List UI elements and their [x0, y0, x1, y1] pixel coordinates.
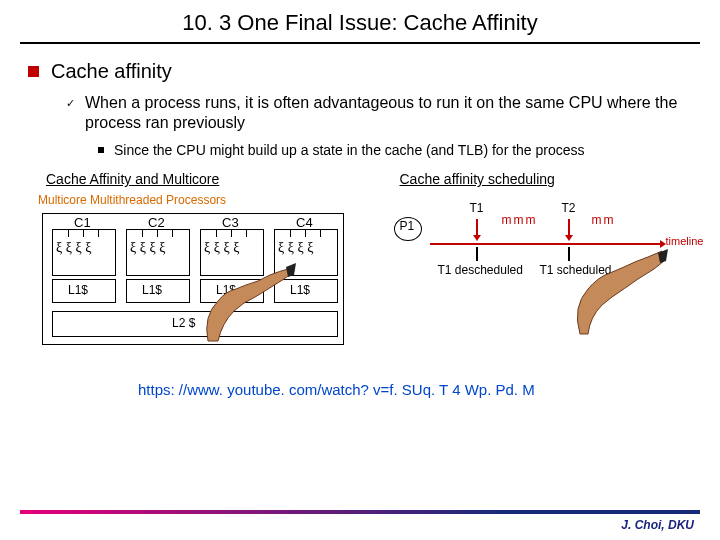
core-label-2: C2 [148, 215, 165, 230]
timeline-line [430, 243, 660, 245]
core-label-1: C1 [74, 215, 91, 230]
title-rule [20, 42, 700, 44]
l1-label-4: L1$ [290, 283, 310, 297]
check-bullet-icon: ✓ [66, 97, 75, 110]
diagram-row: Cache Affinity and Multicore Multicore M… [38, 171, 682, 361]
bullet-l2-text: When a process runs, it is often advanta… [85, 93, 692, 133]
footer-author: J. Choi, DKU [621, 518, 694, 532]
l1-label-1: L1$ [68, 283, 88, 297]
left-heading: Cache Affinity and Multicore [46, 171, 219, 187]
t2-label: T2 [562, 201, 576, 215]
timeline-label: timeline [666, 235, 704, 247]
bullet-level2: ✓ When a process runs, it is often advan… [66, 93, 692, 133]
threads-icon: ξ ξ ξ ξ [56, 241, 91, 255]
youtube-link[interactable]: https: //www. youtube. com/watch? v=f. S… [138, 381, 692, 398]
t1-label: T1 [470, 201, 484, 215]
diagram-scheduling: Cache affinity scheduling P1 timeline T1… [390, 171, 683, 361]
square-small-bullet-icon [98, 147, 104, 153]
descheduled-label: T1 descheduled [438, 263, 523, 277]
right-heading: Cache affinity scheduling [400, 171, 555, 187]
bullet-l3-text: Since the CPU might build up a state in … [114, 141, 585, 159]
footer-rule [20, 510, 700, 514]
slide-title: 10. 3 One Final Issue: Cache Affinity [0, 0, 720, 42]
bullet-l1-text: Cache affinity [51, 60, 172, 83]
t1-arrow-icon [476, 219, 478, 237]
t2-arrow-icon [568, 219, 570, 237]
content-area: Cache affinity ✓ When a process runs, it… [0, 60, 720, 398]
square-bullet-icon [28, 66, 39, 77]
core-label-4: C4 [296, 215, 313, 230]
diagram-multicore: Cache Affinity and Multicore Multicore M… [38, 171, 370, 361]
threads-icon: ξ ξ ξ ξ [130, 241, 165, 255]
tick-icon [476, 247, 478, 261]
process-label: P1 [400, 219, 415, 233]
scheduled-label: T1 scheduled [540, 263, 612, 277]
l2-label: L2 $ [172, 316, 195, 330]
threads-icon: ξ ξ ξ ξ [278, 241, 313, 255]
scribble-icon: mmm [502, 213, 538, 227]
core-label-3: C3 [222, 215, 239, 230]
bullet-level3: Since the CPU might build up a state in … [98, 141, 692, 159]
l1-label-2: L1$ [142, 283, 162, 297]
tick-icon [568, 247, 570, 261]
l1-label-3: L1$ [216, 283, 236, 297]
scribble-icon: mm [592, 213, 616, 227]
threads-icon: ξ ξ ξ ξ [204, 241, 239, 255]
bullet-level1: Cache affinity [28, 60, 692, 83]
left-subheading: Multicore Multithreaded Processors [38, 193, 226, 207]
